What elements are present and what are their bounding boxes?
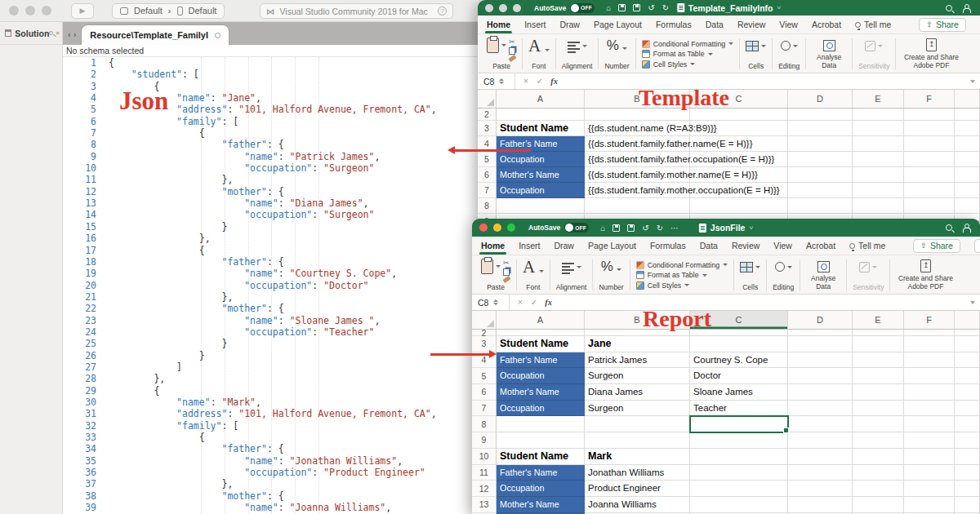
code-line[interactable]: 11 }, xyxy=(63,174,483,185)
cell-E11[interactable] xyxy=(853,465,904,481)
conditional-formatting-button[interactable]: Conditional Formatting xyxy=(642,40,734,48)
code-line[interactable]: 1{ xyxy=(63,57,483,69)
code-line[interactable]: 15 } xyxy=(63,221,483,233)
cell-D13[interactable] xyxy=(788,497,853,513)
cell-A10[interactable]: Student Name xyxy=(497,449,585,465)
code-line[interactable]: 38 "mother": { xyxy=(63,490,483,502)
code-line[interactable]: 6 "family": [ xyxy=(63,116,483,127)
cell-D6[interactable] xyxy=(788,167,853,183)
number-dropdown-icon[interactable] xyxy=(622,47,627,50)
name-box-stepper[interactable] xyxy=(499,78,504,84)
cell-C12[interactable] xyxy=(690,481,788,497)
cell-C8[interactable] xyxy=(690,198,788,214)
cell-B11[interactable]: Jonathan Williams xyxy=(585,465,690,481)
code-line[interactable]: 32 "family": [ xyxy=(63,420,483,432)
format-as-table-button[interactable]: Format as Table xyxy=(642,50,713,58)
cell-E12[interactable] xyxy=(853,481,904,497)
column-header-E[interactable]: E xyxy=(853,90,904,108)
cell-E2[interactable] xyxy=(853,330,904,336)
code-line[interactable]: 33 { xyxy=(63,432,483,443)
cell-A7[interactable]: Occupation xyxy=(497,183,585,198)
cancel-entry-icon[interactable]: × xyxy=(523,77,528,86)
ribbon-tab-data[interactable]: Data xyxy=(700,241,718,250)
ribbon-tab-formulas[interactable]: Formulas xyxy=(656,20,692,29)
alignment-group[interactable]: Alignment xyxy=(552,258,591,292)
run-button[interactable]: ▶ xyxy=(71,3,94,19)
autosave-toggle[interactable]: AutoSave OFF xyxy=(528,223,589,233)
cell-D7[interactable] xyxy=(788,183,853,198)
cell-E3[interactable] xyxy=(853,336,904,352)
cancel-entry-icon[interactable]: × xyxy=(518,298,523,307)
code-line[interactable]: 30 "name": "Mark", xyxy=(63,397,483,408)
search-icon[interactable] xyxy=(946,5,952,11)
cell-A8[interactable] xyxy=(497,416,585,432)
pin-icon[interactable] xyxy=(49,31,53,35)
cell-A2[interactable] xyxy=(497,109,585,121)
cell-A13[interactable]: Mother's Name xyxy=(497,497,585,513)
cell-A3[interactable]: Student Name xyxy=(497,121,585,136)
cell-D9[interactable] xyxy=(788,432,853,449)
code-line[interactable]: 29 { xyxy=(63,385,483,397)
cell-E2[interactable] xyxy=(853,109,904,121)
cell-A9[interactable] xyxy=(497,432,585,449)
save-icon[interactable] xyxy=(618,4,626,11)
number-dropdown-icon[interactable] xyxy=(617,268,621,271)
window-controls[interactable] xyxy=(485,4,521,12)
cell-F11[interactable] xyxy=(904,465,955,481)
editing-group[interactable]: Editing xyxy=(768,258,798,292)
cell-B6[interactable]: {{ds.student.family.mother.name(E = H)}} xyxy=(585,167,690,183)
ribbon-tab-data[interactable]: Data xyxy=(706,20,724,29)
cell-E3[interactable] xyxy=(853,121,904,136)
cell-A11[interactable]: Father's Name xyxy=(497,465,585,481)
zoom-window-icon[interactable] xyxy=(507,224,515,232)
cell-F12[interactable] xyxy=(904,481,955,497)
cell-D5[interactable] xyxy=(788,368,853,384)
close-window-icon[interactable] xyxy=(485,4,493,12)
cell-C9[interactable] xyxy=(690,432,788,449)
cell-x4[interactable] xyxy=(955,136,980,152)
cell-D5[interactable] xyxy=(788,152,853,167)
number-group[interactable]: % Number xyxy=(600,37,633,71)
feedback-icon[interactable]: ? xyxy=(438,7,447,16)
cell-F10[interactable] xyxy=(904,449,955,465)
cell-A4[interactable]: Father's Name xyxy=(497,352,585,369)
copy-icon[interactable] xyxy=(503,268,510,276)
ribbon-tab-draw[interactable]: Draw xyxy=(559,20,580,29)
autosave-toggle[interactable]: AutoSave OFF xyxy=(534,3,595,13)
cell-F5[interactable] xyxy=(904,152,955,167)
code-line[interactable]: 14 "occupation": "Surgeon" xyxy=(63,209,483,220)
cell-B7[interactable]: {{ds.student.family.mother.occupation(E … xyxy=(585,183,690,198)
cell-B9[interactable] xyxy=(585,432,690,449)
cell-D3[interactable] xyxy=(788,336,853,352)
undo-icon[interactable]: ↺ xyxy=(642,224,648,233)
cell-E4[interactable] xyxy=(853,136,904,152)
code-editor[interactable]: 1{2 "student": [3 {4 "name": "Jane",5 "a… xyxy=(63,57,483,514)
cut-icon[interactable]: ✂ xyxy=(509,38,515,46)
code-line[interactable]: 10 "occupation": "Surgeon" xyxy=(63,162,483,174)
ribbon-tab-formulas[interactable]: Formulas xyxy=(650,241,686,250)
code-line[interactable]: 12 "mother": { xyxy=(63,186,483,197)
cell-E6[interactable] xyxy=(853,167,904,183)
cell-A5[interactable]: Occupation xyxy=(497,368,585,384)
cell-C13[interactable] xyxy=(690,497,788,513)
column-header-F[interactable]: F xyxy=(904,90,955,108)
document-title[interactable]: Template_FamilyInfo ˅ xyxy=(677,3,781,13)
cell-D2[interactable] xyxy=(788,109,853,121)
ribbon-tab-acrobat[interactable]: Acrobat xyxy=(806,241,835,250)
cell-x2[interactable] xyxy=(955,330,980,336)
cell-E7[interactable] xyxy=(853,183,904,198)
formula-bar-expand-icon[interactable] xyxy=(970,301,975,304)
confirm-entry-icon[interactable]: ✓ xyxy=(531,298,537,307)
cell-E5[interactable] xyxy=(853,368,904,384)
code-line[interactable]: 22 "mother": { xyxy=(63,303,483,314)
spreadsheet-report[interactable]: ABCDEF23Student NameJane4Father's NamePa… xyxy=(472,311,980,514)
cell-B5[interactable]: {{ds.student.family.father.occupation(E … xyxy=(585,152,690,167)
ribbon-tab-view[interactable]: View xyxy=(773,241,792,250)
column-header-E[interactable]: E xyxy=(853,311,904,329)
font-dropdown-icon[interactable] xyxy=(539,270,544,273)
cell-B12[interactable]: Product Engineer xyxy=(585,481,690,497)
navigate-back-icon[interactable]: ‹ xyxy=(68,29,71,39)
cell-D12[interactable] xyxy=(788,481,853,497)
save-as-icon[interactable] xyxy=(627,224,635,232)
cell-x3[interactable] xyxy=(955,336,980,352)
